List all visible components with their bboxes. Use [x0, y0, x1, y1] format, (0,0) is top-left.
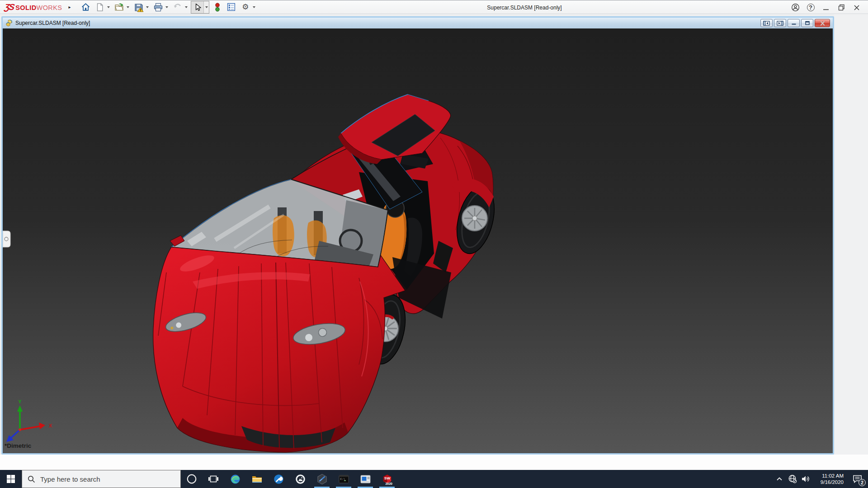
assembly-icon — [5, 19, 13, 27]
select-tool-group — [191, 1, 209, 14]
open-button[interactable] — [113, 1, 125, 13]
clock-time: 11:02 AM — [814, 473, 844, 479]
pane-right-button[interactable] — [774, 19, 786, 27]
edge-icon — [230, 474, 241, 485]
print-icon — [153, 2, 163, 12]
doc-restore-button[interactable] — [801, 19, 813, 27]
triad-x-label: X — [49, 423, 52, 428]
minimize-icon — [823, 5, 829, 11]
taskbar-app-buttons: C:\ SW 2020 — [181, 470, 398, 488]
home-button[interactable] — [80, 1, 92, 13]
solidworks-logo-mark: ƷS — [4, 2, 14, 12]
supercar-model-scene: Y X *Dimetric — [3, 28, 833, 453]
document-window-controls — [760, 19, 830, 27]
rebuild-traffic-light-icon — [213, 2, 222, 12]
feature-tree-collapsed-tab[interactable] — [3, 231, 10, 247]
search-input[interactable] — [40, 475, 162, 483]
speaker-icon — [801, 475, 810, 483]
status-bar — [0, 455, 868, 470]
properties-button[interactable] — [225, 1, 237, 13]
solidworks-logo: ƷS SOLID WORKS — [5, 2, 62, 12]
close-icon — [820, 21, 826, 26]
restore-icon — [805, 21, 810, 25]
search-icon — [28, 475, 35, 483]
undo-dropdown[interactable] — [184, 1, 189, 13]
options-dropdown[interactable] — [251, 1, 257, 13]
tray-network-button[interactable] — [786, 470, 799, 488]
taskbar-photos-button[interactable] — [289, 470, 311, 488]
select-cursor-icon — [193, 3, 202, 12]
save-button[interactable] — [132, 1, 145, 13]
start-button[interactable] — [0, 470, 22, 488]
taskbar-cortana-button[interactable] — [181, 470, 203, 488]
open-dropdown[interactable] — [125, 1, 131, 13]
app-window-controls: ? — [788, 0, 864, 14]
app-titlebar[interactable]: ƷS SOLID WORKS ▸ — [0, 0, 868, 14]
pane-left-icon — [763, 21, 770, 26]
sw-year: 2020 — [385, 482, 392, 485]
close-icon — [854, 5, 860, 11]
taskbar-hexagon-viewer-button[interactable] — [311, 470, 333, 488]
media-window-icon — [360, 474, 371, 485]
action-center-button[interactable]: 2 — [847, 470, 868, 488]
taskbar-media-window-button[interactable] — [354, 470, 376, 488]
new-document-button[interactable] — [94, 1, 106, 13]
select-tool-button[interactable] — [191, 1, 203, 13]
minimize-icon — [791, 21, 797, 25]
account-button[interactable] — [788, 0, 803, 14]
windows-taskbar: C:\ SW 2020 11:02 AM 9/16/2020 — [0, 470, 868, 488]
pane-left-button[interactable] — [760, 19, 773, 27]
tray-volume-button[interactable] — [799, 470, 812, 488]
photos-icon — [295, 474, 306, 485]
document-title: Supercar.SLDASM [Read-only] — [15, 20, 90, 26]
task-pane-strip — [834, 14, 868, 455]
save-dropdown[interactable] — [145, 1, 150, 13]
print-button[interactable] — [152, 1, 164, 13]
network-globe-icon — [788, 474, 797, 483]
taskbar-clock[interactable]: 11:02 AM 9/16/2020 — [814, 473, 844, 485]
file-explorer-icon — [251, 474, 263, 485]
taskbar-command-prompt-button[interactable]: C:\ — [333, 470, 354, 488]
open-folder-icon — [114, 2, 124, 12]
taskbar-wrench-settings-button[interactable] — [268, 470, 289, 488]
task-view-icon — [208, 474, 219, 484]
doc-close-button[interactable] — [815, 19, 830, 27]
options-gear-icon: ⚙ — [242, 3, 249, 11]
account-icon — [791, 3, 800, 12]
app-title: Supercar.SLDASM [Read-only] — [487, 5, 561, 11]
taskbar-search[interactable] — [22, 470, 181, 488]
windows-logo-icon — [7, 475, 15, 483]
close-button[interactable] — [849, 0, 864, 14]
notification-badge: 2 — [859, 479, 866, 486]
command-prompt-icon: C:\ — [338, 474, 349, 485]
print-dropdown[interactable] — [164, 1, 170, 13]
rebuild-button[interactable] — [211, 1, 223, 13]
select-tool-dropdown[interactable] — [203, 1, 209, 13]
new-document-dropdown[interactable] — [106, 1, 111, 13]
solidworks-2020-icon: SW 2020 — [381, 473, 393, 485]
tray-chevron-button[interactable] — [773, 470, 786, 488]
system-tray: 11:02 AM 9/16/2020 2 — [773, 470, 868, 488]
wrench-settings-icon — [273, 474, 284, 485]
help-icon: ? — [807, 4, 815, 11]
document-window: Supercar.SLDASM [Read-only] — [1, 16, 834, 455]
taskbar-edge-button[interactable] — [224, 470, 246, 488]
options-button[interactable]: ⚙ — [239, 1, 251, 13]
undo-button[interactable] — [171, 1, 184, 13]
menu-flyout-arrow[interactable]: ▸ — [68, 5, 71, 9]
minimize-button[interactable] — [818, 0, 834, 14]
undo-icon — [173, 2, 183, 12]
clock-date: 9/16/2020 — [814, 479, 844, 485]
view-orientation-label: *Dimetric — [5, 442, 32, 449]
save-icon — [134, 2, 144, 12]
restore-button[interactable] — [834, 0, 849, 14]
taskbar-solidworks-button[interactable]: SW 2020 — [376, 470, 398, 488]
taskbar-task-view-button[interactable] — [203, 470, 224, 488]
taskbar-file-explorer-button[interactable] — [246, 470, 268, 488]
doc-minimize-button[interactable] — [788, 19, 800, 27]
graphics-viewport[interactable]: Y X *Dimetric — [3, 28, 833, 453]
document-titlebar[interactable]: Supercar.SLDASM [Read-only] — [3, 18, 833, 28]
pane-right-icon — [777, 21, 783, 26]
help-button[interactable]: ? — [803, 0, 818, 14]
triad-y-label: Y — [18, 399, 22, 404]
